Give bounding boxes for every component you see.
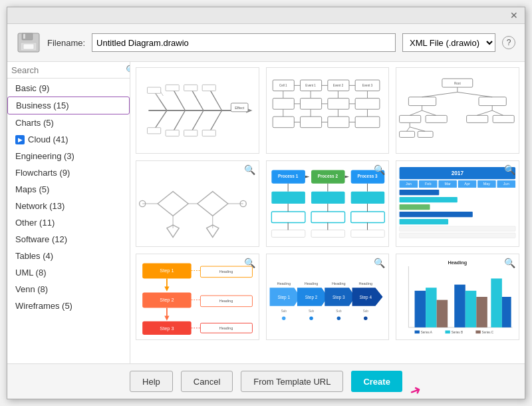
template-cell-7[interactable]: 🔍 Step 1 Step 2 Step 3 Heading <box>136 254 259 340</box>
svg-point-178 <box>364 316 368 320</box>
magnify-icon-7[interactable]: 🔍 <box>244 258 255 268</box>
svg-marker-100 <box>344 176 348 178</box>
template-cell-5[interactable]: 🔍 Process 1 Process 2 Process 3 <box>266 160 390 247</box>
sidebar-item-network[interactable]: Network (13) <box>7 198 130 214</box>
svg-rect-68 <box>426 115 447 122</box>
svg-text:Step 1: Step 1 <box>160 268 174 274</box>
svg-text:Feb: Feb <box>425 182 431 186</box>
svg-line-76 <box>493 110 504 115</box>
sidebar-item-cloud[interactable]: ▶ Cloud (41) <box>7 131 130 148</box>
template-cell-3[interactable]: Root <box>396 67 519 154</box>
svg-line-71 <box>422 110 436 115</box>
sidebar-item-uml[interactable]: UML (8) <box>7 264 130 281</box>
magnify-icon-4[interactable]: 🔍 <box>244 164 255 175</box>
create-button-wrapper: Create ➜ <box>351 371 402 392</box>
svg-text:Apr: Apr <box>465 182 471 186</box>
template-cell-6[interactable]: 🔍 2017 Jan Feb Mar Apr May <box>396 160 519 247</box>
svg-rect-46 <box>300 116 321 128</box>
svg-text:Sub: Sub <box>336 309 342 313</box>
sidebar-item-maps[interactable]: Maps (5) <box>7 181 130 198</box>
from-template-url-button[interactable]: From Template URL <box>241 371 343 392</box>
sidebar-item-wireframes[interactable]: Wireframes (5) <box>7 298 130 314</box>
svg-marker-82 <box>158 192 188 216</box>
svg-text:Event 2: Event 2 <box>332 84 343 87</box>
svg-rect-108 <box>311 230 345 237</box>
help-button[interactable]: Help <box>130 371 173 392</box>
svg-text:Sub: Sub <box>309 309 315 313</box>
svg-text:Step 2: Step 2 <box>160 297 174 303</box>
svg-text:Sub: Sub <box>281 309 287 313</box>
sidebar-item-flowcharts[interactable]: Flowcharts (9) <box>7 164 130 181</box>
svg-point-175 <box>282 316 286 320</box>
create-button[interactable]: Create <box>351 371 402 392</box>
svg-text:Step 2: Step 2 <box>305 295 317 300</box>
svg-rect-138 <box>400 226 515 231</box>
svg-text:Process 1: Process 1 <box>278 174 299 178</box>
svg-text:Heading: Heading <box>448 260 467 266</box>
svg-text:Step 4: Step 4 <box>359 295 372 300</box>
close-button[interactable]: ✕ <box>507 10 521 21</box>
svg-rect-26 <box>202 130 215 136</box>
svg-rect-22 <box>202 85 215 91</box>
svg-rect-187 <box>477 297 488 327</box>
sidebar-item-engineering[interactable]: Engineering (3) <box>7 148 130 164</box>
sidebar-item-charts[interactable]: Charts (5) <box>7 114 130 131</box>
svg-text:May: May <box>483 182 491 186</box>
filetype-select[interactable]: XML File (.drawio) XML File (.xml) HTML … <box>402 33 495 52</box>
title-bar: ✕ <box>7 7 525 24</box>
svg-rect-139 <box>400 233 515 238</box>
template-cell-8[interactable]: 🔍 Step 1 Step 2 Step 3 Step 4 <box>266 254 390 340</box>
sidebar-item-venn[interactable]: Venn (8) <box>7 281 130 298</box>
magnify-icon-6[interactable]: 🔍 <box>504 164 515 175</box>
svg-text:Event 1: Event 1 <box>305 84 316 87</box>
svg-rect-25 <box>184 130 198 136</box>
svg-rect-183 <box>426 288 437 327</box>
new-diagram-dialog: ✕ Filename: XML File (.drawio) XML File … <box>7 7 525 399</box>
svg-text:Step 3: Step 3 <box>332 295 345 300</box>
template-cell-4[interactable]: 🔍 <box>136 160 259 247</box>
svg-rect-101 <box>271 192 305 204</box>
template-cell-2[interactable]: Cell 1 Event 1 Event 2 Event 3 <box>266 67 390 154</box>
svg-marker-147 <box>164 315 169 320</box>
svg-rect-72 <box>467 115 488 122</box>
svg-rect-189 <box>502 297 511 327</box>
sidebar-item-business[interactable]: Business (15) <box>7 97 130 114</box>
magnify-icon-9[interactable]: 🔍 <box>504 258 515 268</box>
svg-rect-184 <box>437 300 448 327</box>
svg-text:Series A: Series A <box>421 331 433 334</box>
svg-text:Heading: Heading <box>219 326 233 330</box>
sidebar-item-tables[interactable]: Tables (4) <box>7 248 130 264</box>
svg-rect-188 <box>491 278 503 327</box>
filename-input[interactable] <box>92 33 396 52</box>
svg-rect-103 <box>350 192 384 204</box>
svg-rect-40 <box>327 99 348 110</box>
magnify-icon-8[interactable]: 🔍 <box>374 258 385 268</box>
svg-point-177 <box>336 316 340 320</box>
svg-rect-186 <box>466 291 477 327</box>
template-cell-1[interactable]: Effect <box>136 67 259 154</box>
svg-rect-20 <box>166 85 179 91</box>
filetype-help-icon[interactable]: ? <box>502 36 515 49</box>
filename-label: Filename: <box>47 38 85 48</box>
svg-rect-102 <box>311 192 345 204</box>
template-cell-9[interactable]: 🔍 Heading <box>396 254 519 340</box>
search-input[interactable] <box>11 65 123 75</box>
svg-rect-24 <box>166 130 179 136</box>
svg-text:Event 3: Event 3 <box>362 84 372 87</box>
svg-line-8 <box>173 89 185 110</box>
svg-marker-99 <box>305 176 309 178</box>
svg-rect-134 <box>400 197 458 202</box>
magnify-icon-5[interactable]: 🔍 <box>374 164 385 175</box>
sidebar-item-basic[interactable]: Basic (9) <box>7 80 130 97</box>
svg-marker-83 <box>198 192 228 216</box>
svg-text:Jan: Jan <box>406 182 412 186</box>
cancel-button[interactable]: Cancel <box>181 371 233 392</box>
svg-rect-105 <box>311 212 345 223</box>
sidebar: 🔍 Basic (9) Business (15) Charts (5) ▶ C… <box>7 62 130 363</box>
svg-rect-2 <box>23 34 25 39</box>
svg-line-10 <box>209 89 221 110</box>
cloud-badge-icon: ▶ <box>15 135 25 144</box>
sidebar-item-software[interactable]: Software (12) <box>7 231 130 248</box>
sidebar-item-other[interactable]: Other (11) <box>7 214 130 231</box>
svg-text:Heading: Heading <box>304 282 318 286</box>
